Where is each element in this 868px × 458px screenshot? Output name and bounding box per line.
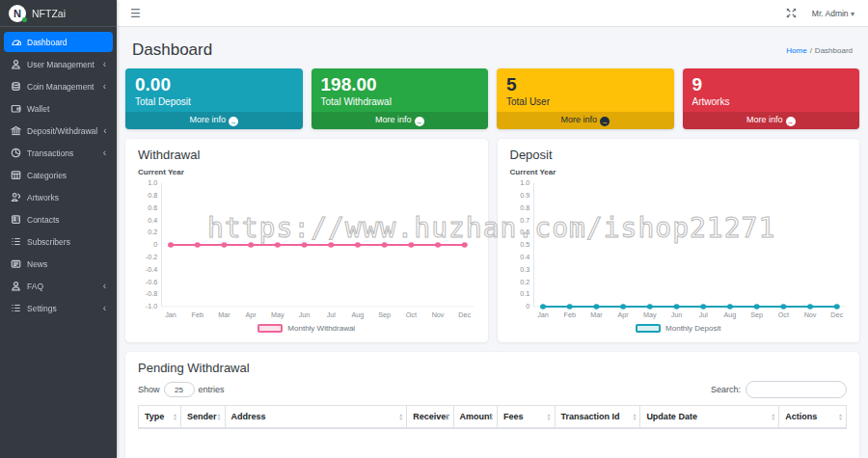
sidebar-item-label: Artworks [27, 193, 59, 202]
sidebar-item-label: Settings [27, 304, 57, 313]
svg-text:Apr: Apr [246, 311, 258, 319]
sidebar-item-categories[interactable]: Categories [4, 165, 113, 185]
chart-legend[interactable]: Monthly Withdrawal [135, 322, 478, 336]
brand-logo-icon: N [9, 5, 26, 22]
sort-arrows-icon: ▲▼ [217, 413, 222, 420]
sidebar-item-label: Transactions [27, 148, 73, 158]
svg-text:Mar: Mar [590, 311, 603, 318]
svg-text:Aug: Aug [723, 311, 736, 319]
sidebar-item-wallet[interactable]: Wallet [4, 98, 113, 119]
sidebar-item-label: Wallet [27, 104, 49, 114]
hamburger-menu-icon[interactable]: ☰ [130, 7, 141, 20]
sidebar-item-news[interactable]: News [4, 254, 113, 274]
more-info-link[interactable]: More info→ [312, 112, 489, 129]
sidebar-item-user-management[interactable]: User Management‹ [4, 54, 113, 74]
svg-text:0: 0 [526, 304, 529, 310]
user-menu[interactable]: Mr. Admin ▾ [812, 9, 854, 18]
column-header-actions[interactable]: Actions▲▼ [779, 406, 847, 429]
chart-subtitle: Current Year [138, 168, 478, 176]
sidebar-item-label: Deposit/Withdrawal [27, 126, 97, 136]
svg-text:Jun: Jun [670, 311, 682, 318]
column-header-sender[interactable]: Sender▲▼ [181, 406, 226, 429]
arrow-circle-right-icon: → [415, 117, 424, 126]
speedometer-icon [11, 37, 21, 47]
more-info-link[interactable]: More info→ [683, 112, 860, 129]
sidebar-item-coin-management[interactable]: Coin Management‹ [4, 76, 113, 96]
svg-text:Jul: Jul [698, 311, 708, 318]
more-info-link[interactable]: More info→ [497, 112, 674, 129]
chevron-left-icon: ‹ [103, 304, 106, 313]
chart-plot-area: 1.00.90.80.70.60.50.40.30.20.10JanFebMar… [507, 177, 851, 322]
sidebar-item-label: User Management [27, 60, 95, 69]
chevron-left-icon: ‹ [103, 60, 106, 69]
chart-legend[interactable]: Monthly Deposit [507, 322, 851, 336]
svg-text:0.1: 0.1 [520, 291, 529, 298]
svg-text:Oct: Oct [406, 311, 417, 318]
legend-label: Monthly Withdrawal [287, 324, 355, 333]
sidebar-item-subscribers[interactable]: Subscribers [4, 231, 113, 252]
pie-chart-icon [11, 148, 21, 158]
sort-arrows-icon: ▲▼ [398, 413, 403, 420]
breadcrumb-home-link[interactable]: Home [786, 46, 806, 55]
pending-withdrawal-panel: Pending Withdrawal Show 25 entries Searc… [125, 352, 859, 458]
stat-label: Total User [506, 96, 665, 107]
svg-text:Dec: Dec [458, 311, 471, 318]
sidebar-item-contacts[interactable]: Contacts [4, 209, 113, 229]
more-info-label: More info [746, 115, 783, 124]
svg-text:-0.8: -0.8 [146, 291, 158, 298]
svg-text:May: May [643, 311, 657, 319]
svg-text:-0.6: -0.6 [146, 279, 158, 285]
user-menu-label: Mr. Admin [812, 9, 849, 18]
stat-label: Total Withdrawal [321, 96, 479, 107]
main-content: Dashboard Home/Dashboard 0.00Total Depos… [117, 27, 868, 458]
sidebar-item-dashboard[interactable]: Dashboard [4, 32, 113, 52]
sort-arrows-icon: ▲▼ [547, 413, 552, 420]
search-label: Search: [711, 385, 741, 394]
column-header-update-date[interactable]: Update Date▲▼ [640, 406, 779, 429]
stat-value: 198.00 [321, 74, 479, 95]
column-header-amount[interactable]: Amount▲▼ [453, 406, 498, 429]
sidebar-item-deposit-withdrawal[interactable]: Deposit/Withdrawal‹ [4, 121, 113, 141]
column-header-receiver[interactable]: Receiver▲▼ [407, 406, 453, 429]
bank-icon [11, 125, 21, 136]
column-header-fees[interactable]: Fees▲▼ [498, 406, 555, 429]
chevron-down-icon: ▾ [851, 10, 854, 18]
stat-value: 9 [692, 74, 851, 95]
column-header-transaction-id[interactable]: Transaction Id▲▼ [555, 406, 640, 429]
stat-value: 0.00 [135, 74, 293, 95]
fullscreen-toggle-icon[interactable] [786, 8, 797, 18]
svg-text:0.9: 0.9 [520, 193, 529, 200]
sidebar-item-settings[interactable]: Settings‹ [4, 298, 113, 318]
column-header-address[interactable]: Address▲▼ [225, 406, 407, 429]
sort-arrows-icon: ▲▼ [173, 413, 177, 420]
sidebar-item-artworks[interactable]: Artworks [4, 187, 113, 207]
chevron-left-icon: ‹ [103, 82, 106, 92]
svg-text:Oct: Oct [777, 311, 788, 318]
sidebar-item-transactions[interactable]: Transactions‹ [4, 143, 113, 163]
svg-text:Jun: Jun [299, 311, 311, 318]
svg-text:1.0: 1.0 [520, 180, 529, 187]
sidebar-item-faq[interactable]: FAQ‹ [4, 276, 113, 296]
sort-arrows-icon: ▲▼ [446, 413, 450, 420]
search-input[interactable] [746, 381, 847, 398]
chart-body: Current Year1.00.90.80.70.60.50.40.30.20… [498, 168, 860, 342]
sidebar-item-label: Categories [27, 171, 67, 180]
stat-label: Artworks [692, 96, 851, 107]
charts-row: WithdrawalCurrent Year1.00.80.60.40.20-0… [123, 139, 861, 342]
svg-text:Feb: Feb [563, 311, 576, 318]
svg-text:Nov: Nov [432, 311, 445, 318]
svg-text:Dec: Dec [830, 311, 843, 318]
stat-label: Total Deposit [135, 96, 293, 107]
column-header-type[interactable]: Type▲▼ [139, 406, 181, 429]
brand[interactable]: N NFTZai [0, 0, 117, 27]
svg-text:0.3: 0.3 [520, 266, 529, 273]
page-size-select[interactable]: 25 [164, 382, 195, 397]
arrow-circle-right-icon: → [229, 117, 238, 126]
breadcrumb-separator: / [810, 46, 812, 55]
more-info-link[interactable]: More info→ [125, 112, 303, 129]
column-header-label: Actions [785, 412, 817, 421]
topbar: ☰ Mr. Admin ▾ [117, 0, 868, 27]
svg-text:0.8: 0.8 [520, 204, 529, 211]
grid-icon [11, 170, 21, 180]
legend-swatch-icon [258, 324, 283, 333]
